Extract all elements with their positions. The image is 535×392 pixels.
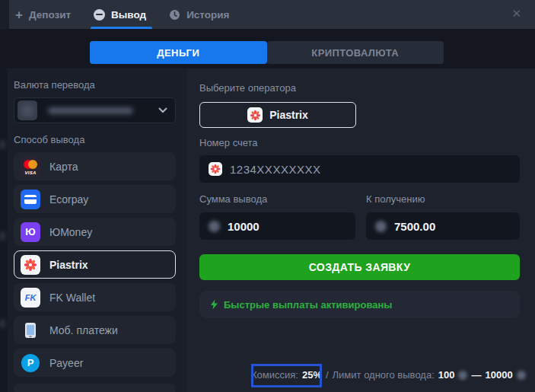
edge-artifact: [0, 232, 5, 240]
amount-label: Сумма вывода: [199, 193, 267, 205]
commission-label: Комиссия:: [251, 369, 298, 381]
mode-band: ДЕНЬГИ КРИПТОВАЛЮТА: [0, 29, 535, 69]
visa-mastercard-icon: VISA: [21, 157, 40, 177]
method-piastrix[interactable]: Piastrix: [14, 250, 176, 279]
amount-input[interactable]: 10000: [199, 212, 355, 240]
edge-artifact: [0, 141, 5, 148]
method-label-yoomoney: ЮMoney: [49, 226, 92, 238]
mobile-phone-icon: [21, 320, 40, 340]
commission-value: 25%: [302, 369, 322, 381]
receive-label: К получению: [366, 193, 425, 205]
amount-value: 10000: [228, 220, 260, 233]
phone-glyph: [25, 323, 36, 338]
method-label-piastrix: Piastrix: [49, 259, 88, 271]
limit-min-value: 100: [438, 369, 455, 381]
method-yoomoney[interactable]: Ю ЮMoney: [14, 218, 176, 246]
yoomoney-icon: Ю: [21, 222, 40, 242]
operator-piastrix-button[interactable]: Piastrix: [199, 102, 356, 128]
account-number-input[interactable]: 1234XXXXXXXX: [199, 155, 520, 183]
create-request-button[interactable]: СОЗДАТЬ ЗАЯВКУ: [199, 254, 520, 280]
currency-label: Валюта перевода: [14, 79, 183, 91]
limits-info-line: Комиссия: 25% / Лимит одного вывода: 100…: [251, 369, 526, 381]
account-number-label: Номер счета: [199, 137, 258, 148]
clock-icon: [169, 9, 180, 21]
separator-slash: /: [326, 369, 329, 381]
limit-label: Лимит одного вывода:: [333, 369, 435, 381]
dialog-content: Валюта перевода Способ вывода VISA Карта: [0, 69, 535, 392]
payeer-icon: P: [21, 353, 40, 373]
piastrix-icon: [247, 107, 263, 123]
tab-withdrawal[interactable]: Вывод: [94, 0, 146, 29]
tab-crypto[interactable]: КРИПТОВАЛЮТА: [267, 41, 444, 64]
currency-icon-blurred: [209, 221, 220, 232]
tab-deposit-label: Депозит: [29, 9, 71, 21]
receive-value: 7500.00: [394, 220, 435, 233]
ecorpay-card-glyph: [24, 195, 37, 204]
method-fk-wallet[interactable]: FK FK Wallet: [14, 283, 176, 311]
operator-button-label: Piastrix: [269, 109, 308, 121]
methods-list: VISA Карта Ecorpay Ю ЮMoney: [14, 152, 183, 392]
currency-icon-blurred: [458, 371, 467, 380]
method-label-payeer: Payeer: [49, 357, 83, 369]
dialog-header: + Депозит Вывод История ✕: [0, 0, 535, 29]
chevron-down-icon: [158, 107, 167, 113]
tab-money[interactable]: ДЕНЬГИ: [90, 41, 267, 64]
fast-payouts-text: Быстрые выплаты активированы: [224, 299, 392, 311]
method-label: Способ вывода: [14, 134, 183, 145]
operator-label: Выберите оператора: [199, 82, 296, 94]
limit-dash: —: [471, 369, 481, 381]
method-card[interactable]: VISA Карта: [14, 152, 176, 180]
account-number-value: 1234XXXXXXXX: [230, 163, 320, 176]
tab-history-label: История: [186, 9, 229, 21]
method-label-mobile: Моб. платежи: [49, 324, 118, 336]
fk-wallet-icon: FK: [21, 288, 40, 308]
currency-flag-icon-blurred: [18, 100, 37, 120]
fast-payouts-panel: Быстрые выплаты активированы: [199, 291, 520, 318]
withdrawal-dialog: + Депозит Вывод История ✕ ДЕНЬГИ КРИПТОВ…: [0, 0, 535, 392]
close-icon[interactable]: ✕: [511, 8, 521, 19]
header-tabs: + Депозит Вывод История: [15, 0, 229, 29]
currency-icon-blurred: [375, 221, 387, 232]
ecorpay-icon: [21, 190, 40, 209]
method-label-ecorpay: Ecorpay: [49, 193, 88, 206]
piastrix-icon: [209, 162, 222, 176]
method-partially-visible[interactable]: [14, 384, 176, 392]
mastercard-orange-circle: [28, 160, 37, 169]
withdraw-methods-panel: Валюта перевода Способ вывода VISA Карта: [8, 69, 187, 392]
tab-deposit[interactable]: + Депозит: [15, 0, 71, 29]
method-mobile-payments[interactable]: Моб. платежи: [14, 316, 176, 344]
method-payeer[interactable]: P Payeer: [14, 349, 176, 377]
piastrix-icon: [21, 255, 40, 275]
minus-circle-icon: [94, 9, 105, 21]
visa-wordmark: VISA: [21, 171, 40, 175]
currency-icon-blurred: [517, 371, 526, 380]
payeer-p-glyph: P: [21, 354, 40, 372]
receive-input[interactable]: 7500.00: [366, 212, 520, 240]
mode-segmented-control: ДЕНЬГИ КРИПТОВАЛЮТА: [90, 41, 444, 64]
left-edge-strip: [0, 69, 8, 392]
plus-icon: +: [15, 8, 23, 21]
method-ecorpay[interactable]: Ecorpay: [14, 185, 176, 213]
header-edge-notch: [0, 0, 9, 29]
method-label-card: Карта: [49, 161, 78, 173]
method-label-fk-wallet: FK Wallet: [49, 292, 95, 304]
edge-artifact: [0, 320, 5, 327]
lightning-icon: [210, 299, 218, 310]
currency-value-blurred: [48, 107, 133, 114]
tab-withdrawal-label: Вывод: [111, 9, 146, 21]
currency-select[interactable]: [14, 97, 176, 123]
tab-history[interactable]: История: [169, 0, 229, 29]
limit-max-value: 10000: [485, 369, 512, 381]
withdraw-form-panel: Выберите оператора: [199, 69, 520, 392]
